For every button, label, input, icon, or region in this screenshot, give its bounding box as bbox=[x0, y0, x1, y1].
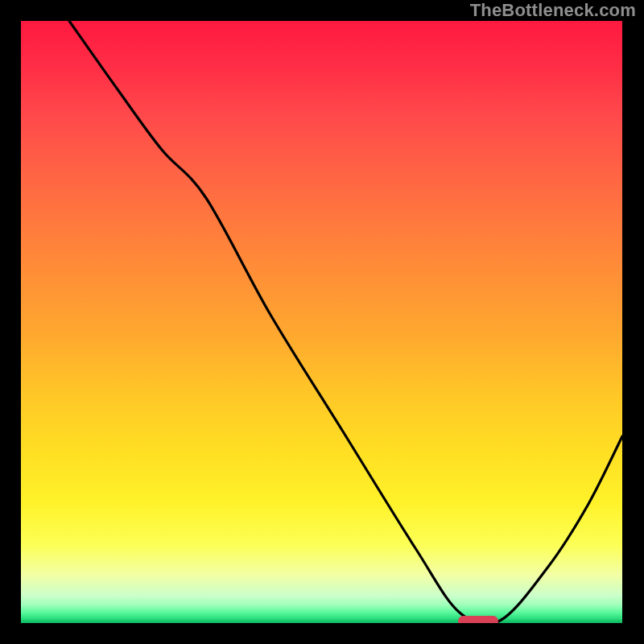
curve-path bbox=[69, 21, 622, 623]
watermark-text: TheBottleneck.com bbox=[470, 0, 636, 21]
chart-container: TheBottleneck.com bbox=[0, 0, 644, 644]
plot-area bbox=[21, 21, 622, 623]
bottleneck-curve bbox=[21, 21, 622, 623]
optimum-marker bbox=[458, 616, 498, 623]
